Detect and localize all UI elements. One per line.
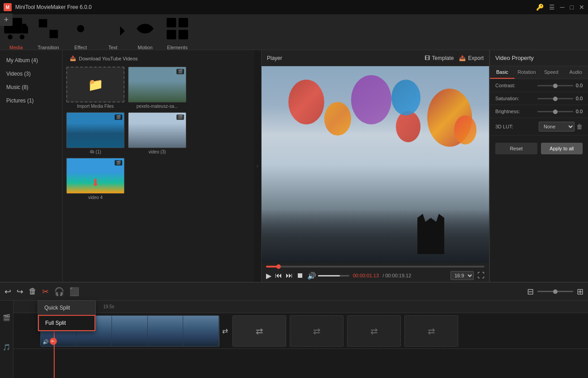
menu-icon[interactable]: ☰ [549, 4, 555, 11]
transition-slot-4[interactable]: ⇄ [404, 315, 458, 347]
media-item-4k[interactable]: 🎬 4k (1) [66, 112, 124, 154]
player-header-right: 🎞 Template 📤 Export [425, 55, 484, 61]
media-item-video4[interactable]: 🎬 ⬇ video 4 [66, 158, 124, 200]
tab-rotation[interactable]: Rotation [515, 66, 539, 79]
reset-button[interactable]: Reset [495, 143, 537, 154]
timeline-tools-right: ⊟ ⊞ [527, 287, 584, 297]
properties-panel: Video Property Basic Rotation Speed Audi… [489, 50, 588, 282]
clip-frame-3 [112, 316, 148, 346]
transition-slot-1[interactable]: ⇄ [232, 315, 286, 347]
volume-bar[interactable] [318, 275, 349, 276]
sidebar-item-pictures[interactable]: Pictures (1) [0, 94, 62, 107]
tab-speed[interactable]: Speed [539, 66, 564, 79]
scissors-dropdown: Quick Split Full Split [38, 300, 96, 331]
4k-thumb[interactable]: 🎬 [66, 112, 124, 148]
crop-button[interactable]: ⬛ [69, 287, 79, 297]
apply-to-all-button[interactable]: Apply to all [541, 143, 583, 154]
tab-audio[interactable]: Audio [563, 66, 588, 79]
import-thumb[interactable]: 📁 [66, 67, 124, 102]
player-controls: ▶ ⏮ ⏭ ⏹ 🔊 00:00:01.13 / 00:00:19.12 [262, 263, 489, 282]
elements-icon [163, 14, 192, 43]
titlebar-left: M MiniTool MovieMaker Free 6.0.0 [4, 3, 92, 11]
saturation-slider[interactable] [537, 98, 573, 99]
video4-thumb[interactable]: 🎬 ⬇ [66, 158, 124, 194]
video-badge: 🎬 [176, 115, 184, 120]
total-time: / 00:00:19.12 [382, 273, 411, 278]
lut-select[interactable]: None [539, 122, 575, 132]
contrast-slider[interactable] [537, 85, 573, 86]
sidebar-item-album[interactable]: My Album (4) [0, 54, 62, 67]
scissors-container: ✂ Quick Split Full Split [42, 287, 49, 297]
balloon-2 [324, 102, 351, 136]
main-area: My Album (4) Videos (3) Music (8) Pictur… [0, 50, 588, 282]
delete-button[interactable]: 🗑 [29, 287, 37, 296]
import-media-item[interactable]: 📁 Import Media Files [66, 67, 124, 109]
toolbar-effect[interactable]: Effect [64, 14, 97, 50]
redo-button[interactable]: ↪ [17, 287, 23, 297]
clip-volume-icon: 🔊 [43, 339, 49, 345]
full-split-item[interactable]: Full Split [38, 315, 95, 331]
media-grid: 📁 Import Media Files 🎬 pexels-mateusz-sa… [66, 67, 250, 200]
zoom-in-button[interactable]: ⊞ [577, 287, 584, 297]
properties-tabs: Basic Rotation Speed Audio [490, 66, 588, 79]
progress-thumb[interactable] [276, 264, 281, 269]
contrast-row: Contrast: 0.0 [490, 79, 588, 92]
transition-slot-2[interactable]: ⇄ [290, 315, 343, 347]
undo-button[interactable]: ↩ [4, 287, 11, 297]
pexels-thumb[interactable]: 🎬 [128, 67, 186, 102]
brightness-thumb [553, 110, 558, 114]
tab-basic[interactable]: Basic [490, 66, 515, 79]
svg-rect-7 [167, 30, 176, 39]
balloon-1 [288, 80, 324, 124]
lut-delete-button[interactable]: 🗑 [576, 123, 583, 130]
minimize-icon[interactable]: ─ [560, 4, 565, 11]
close-icon[interactable]: ✕ [579, 4, 584, 11]
properties-header: Video Property [490, 50, 588, 66]
toolbar-elements[interactable]: Elements [161, 14, 193, 50]
volume-control: 🔊 [307, 272, 349, 280]
zoom-slider[interactable] [537, 291, 573, 292]
sidebar-item-videos[interactable]: Videos (3) [0, 67, 62, 81]
zoom-out-button[interactable]: ⊟ [527, 287, 534, 297]
download-youtube-bar[interactable]: 📥 Download YouTube Videos [66, 54, 250, 63]
clip-frame-4 [148, 316, 184, 346]
svg-rect-6 [179, 18, 188, 27]
controls-left: ▶ ⏮ ⏭ ⏹ 🔊 00:00:01.13 / 00:00:19.12 [266, 272, 411, 280]
properties-footer: Reset Apply to all [490, 137, 588, 160]
template-button[interactable]: 🎞 Template [425, 55, 454, 61]
brightness-slider[interactable] [537, 111, 573, 112]
timeline-track-icons: + 🎬 🎵 [0, 301, 13, 378]
video3-thumb[interactable]: 🎬 [128, 112, 186, 148]
volume-fill [318, 275, 340, 276]
volume-icon[interactable]: 🔊 [307, 272, 316, 280]
figures-silhouette [417, 214, 444, 254]
expand-panel-arrow[interactable]: › [254, 50, 261, 282]
toolbar-motion[interactable]: Motion [129, 14, 161, 50]
stop-button[interactable]: ⏹ [296, 272, 304, 280]
svg-rect-5 [167, 18, 176, 27]
sidebar-item-music[interactable]: Music (8) [0, 81, 62, 94]
transition-slot-3[interactable]: ⇄ [347, 315, 401, 347]
maximize-icon[interactable]: □ [570, 4, 574, 11]
music-track-icon: 🎵 [3, 344, 10, 351]
transition-arrow-1: ⇄ [256, 326, 263, 336]
transition-icon [34, 14, 63, 43]
audio-detach-button[interactable]: 🎧 [54, 287, 64, 297]
fullscreen-button[interactable]: ⛶ [477, 272, 485, 280]
progress-bar[interactable] [266, 266, 485, 268]
svg-point-1 [8, 34, 13, 39]
titlebar: M MiniTool MovieMaker Free 6.0.0 🔑 ☰ ─ □… [0, 0, 588, 14]
toolbar-text[interactable]: Text [97, 14, 129, 50]
export-button[interactable]: 📤 Export [459, 55, 484, 61]
aspect-ratio-select[interactable]: 16:9 9:16 1:1 4:3 [451, 271, 474, 280]
download-icon: 📥 [70, 55, 76, 61]
scissors-button[interactable]: ✂ [42, 287, 49, 296]
media-item-pexels[interactable]: 🎬 pexels-mateusz-sa... [128, 67, 186, 109]
prev-frame-button[interactable]: ⏮ [275, 272, 282, 280]
quick-split-item[interactable]: Quick Split [38, 301, 95, 315]
toolbar-transition[interactable]: Transition [32, 14, 64, 50]
settings-icon[interactable]: 🔑 [536, 4, 544, 11]
play-button[interactable]: ▶ [266, 272, 271, 280]
next-frame-button[interactable]: ⏭ [286, 272, 293, 280]
media-item-video3[interactable]: 🎬 video (3) [128, 112, 186, 154]
